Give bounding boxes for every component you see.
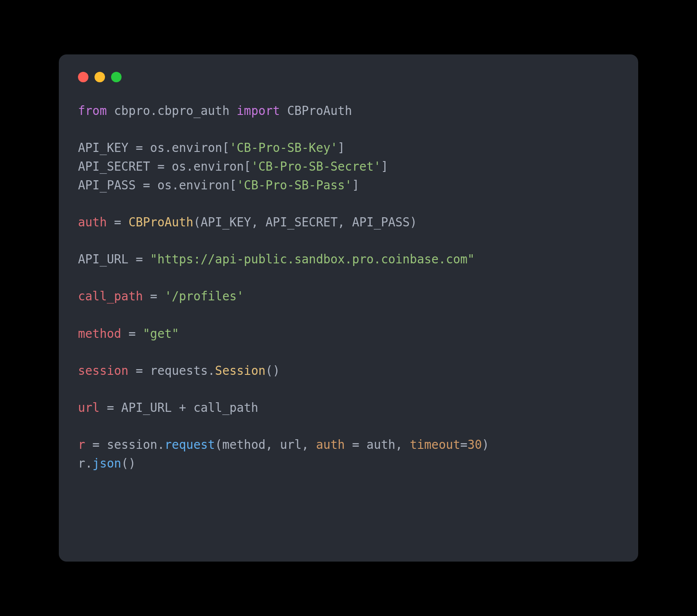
eq: =: [121, 327, 143, 340]
arg-method: method: [222, 438, 265, 451]
var-url: url: [78, 401, 100, 414]
fn-json: json: [92, 456, 121, 470]
eq: =: [129, 141, 150, 155]
keyword-from: from: [78, 104, 107, 118]
str-api-url: "https://api-public.sandbox.pro.coinbase…: [150, 252, 475, 266]
module-path: cbpro.cbpro_auth: [114, 104, 230, 118]
os-environ: os.environ: [172, 159, 244, 173]
rbracket: ]: [352, 178, 359, 192]
rparen: ): [410, 215, 417, 229]
var-call-path: call_path: [78, 289, 143, 303]
kwarg-timeout: timeout: [410, 438, 460, 451]
lbracket: [: [222, 141, 230, 155]
eq: =: [107, 215, 129, 229]
import-name: CBProAuth: [287, 104, 352, 118]
eq: =: [143, 289, 165, 303]
minimize-icon[interactable]: [95, 72, 105, 82]
comma: ,: [266, 438, 280, 451]
str-method: "get": [143, 327, 179, 340]
code-block: from cbpro.cbpro_auth import CBProAuth A…: [78, 101, 619, 473]
window-traffic-lights: [78, 72, 619, 82]
rbracket: ]: [381, 159, 388, 173]
class-cbproauth: CBProAuth: [129, 215, 193, 229]
expr-r: r: [78, 456, 85, 470]
lparen: (: [215, 438, 223, 451]
arg-auth-val: auth: [366, 438, 395, 451]
var-auth: auth: [78, 215, 107, 229]
lparen: (: [121, 456, 129, 470]
var-api-pass: API_PASS: [78, 178, 135, 192]
os-environ: os.environ: [157, 178, 230, 192]
arg-api-pass: API_PASS: [352, 215, 409, 229]
lparen: (: [266, 364, 273, 377]
comma: ,: [396, 438, 410, 451]
var-api-url: API_URL: [78, 252, 129, 266]
rparen: ): [273, 364, 280, 377]
zoom-icon[interactable]: [111, 72, 122, 82]
eq: =: [129, 364, 150, 377]
rparen: ): [129, 456, 136, 470]
mod-requests: requests: [150, 364, 208, 377]
class-session: Session: [215, 364, 266, 377]
close-icon[interactable]: [78, 72, 88, 82]
eq: =: [85, 438, 107, 451]
expr-call-path: call_path: [193, 401, 258, 414]
expr-session: session: [107, 438, 157, 451]
comma: ,: [301, 438, 316, 451]
os-environ: os.environ: [150, 141, 223, 155]
rbracket: ]: [338, 141, 345, 155]
var-r: r: [78, 438, 85, 451]
rparen: ): [482, 438, 489, 451]
arg-api-key: API_KEY: [200, 215, 251, 229]
eq: =: [345, 438, 367, 451]
lbracket: [: [244, 159, 251, 173]
kwarg-auth: auth: [316, 438, 345, 451]
str-secret: 'CB-Pro-SB-Secret': [251, 159, 381, 173]
expr-api-url: API_URL: [121, 401, 172, 414]
comma: ,: [338, 215, 352, 229]
arg-api-secret: API_SECRET: [266, 215, 338, 229]
eq: =: [135, 178, 157, 192]
eq: =: [129, 252, 150, 266]
eq: =: [150, 159, 172, 173]
dot: .: [208, 364, 215, 377]
dot: .: [157, 438, 165, 451]
str-call-path: '/profiles': [165, 289, 244, 303]
lbracket: [: [230, 178, 237, 192]
dot: .: [85, 456, 93, 470]
keyword-import: import: [237, 104, 280, 118]
num-timeout: 30: [467, 438, 482, 451]
str-key: 'CB-Pro-SB-Key': [230, 141, 338, 155]
var-api-secret: API_SECRET: [78, 159, 150, 173]
eq-tight: =: [460, 438, 468, 451]
var-api-key: API_KEY: [78, 141, 129, 155]
arg-url: url: [280, 438, 302, 451]
eq: =: [100, 401, 122, 414]
str-pass: 'CB-Pro-SB-Pass': [237, 178, 352, 192]
code-window: from cbpro.cbpro_auth import CBProAuth A…: [59, 54, 638, 562]
var-session: session: [78, 364, 129, 377]
fn-request: request: [165, 438, 215, 451]
plus: +: [172, 401, 193, 414]
comma: ,: [251, 215, 265, 229]
lparen: (: [193, 215, 201, 229]
var-method: method: [78, 327, 121, 340]
